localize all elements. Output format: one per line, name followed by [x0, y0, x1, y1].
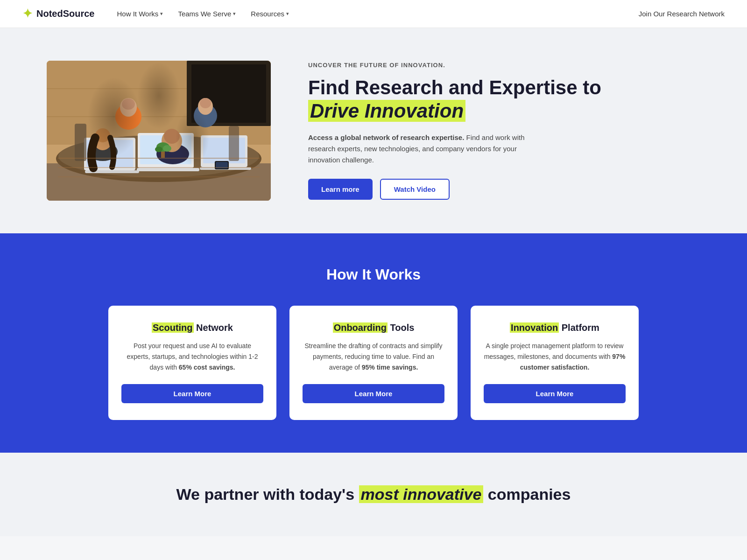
hero-description: Access a global network of research expe…	[308, 132, 542, 166]
card-onboarding-title: Onboarding Tools	[333, 322, 415, 333]
chevron-down-icon: ▾	[233, 11, 236, 17]
learn-more-button[interactable]: Learn more	[308, 179, 373, 200]
svg-point-27	[156, 144, 189, 164]
svg-point-7	[56, 135, 261, 182]
svg-point-29	[164, 129, 180, 144]
svg-point-18	[115, 104, 141, 130]
svg-rect-35	[216, 162, 228, 168]
svg-rect-13	[140, 135, 191, 164]
hero-section: UNCOVER THE FUTURE OF INNOVATION. Find R…	[0, 28, 747, 233]
svg-rect-9	[84, 138, 135, 170]
chevron-down-icon: ▾	[286, 11, 289, 17]
svg-point-32	[155, 147, 162, 152]
partner-title: We partner with today's most innovative …	[37, 485, 710, 504]
cards-grid: Scouting Network Post your request and u…	[37, 306, 710, 420]
watch-video-button[interactable]: Watch Video	[380, 179, 450, 200]
svg-rect-37	[229, 126, 239, 161]
hero-photo-svg	[47, 61, 271, 201]
card-onboarding-learn-more[interactable]: Learn More	[303, 384, 444, 403]
logo-text: NotedSource	[36, 8, 94, 19]
logo-star-icon: ✦	[22, 7, 33, 21]
svg-point-26	[95, 128, 110, 142]
card-scouting-title: Scouting Network	[152, 322, 233, 333]
card-scouting-network: Scouting Network Post your request and u…	[108, 306, 276, 420]
svg-point-21	[194, 104, 217, 127]
card-innovation-desc: A single project management platform to …	[484, 341, 626, 373]
svg-point-20	[122, 98, 135, 110]
svg-point-24	[88, 142, 118, 161]
how-it-works-title: How It Works	[37, 266, 710, 283]
chevron-down-icon: ▾	[160, 11, 163, 17]
svg-rect-36	[75, 124, 86, 161]
svg-rect-12	[138, 133, 194, 168]
hero-buttons: Learn more Watch Video	[308, 179, 700, 200]
hero-title: Find Research and Expertise to Drive Inn…	[308, 76, 700, 123]
card-onboarding-desc: Streamline the drafting of contracts and…	[303, 341, 444, 373]
svg-rect-1	[47, 61, 271, 145]
nav-join-research-network[interactable]: Join Our Research Network	[639, 10, 725, 18]
hero-image	[47, 61, 271, 201]
card-innovation-platform: Innovation Platform A single project man…	[471, 306, 639, 420]
svg-rect-5	[191, 64, 266, 123]
hero-content: UNCOVER THE FUTURE OF INNOVATION. Find R…	[308, 62, 700, 200]
svg-rect-0	[47, 61, 271, 201]
svg-point-19	[120, 98, 137, 117]
svg-rect-14	[137, 168, 199, 171]
svg-point-33	[163, 145, 171, 152]
hero-image-visual	[47, 61, 271, 201]
svg-point-23	[200, 98, 211, 108]
card-innovation-learn-more[interactable]: Learn More	[484, 384, 626, 403]
svg-rect-15	[201, 135, 247, 167]
main-nav: ✦ NotedSource How It Works ▾ Teams We Se…	[0, 0, 747, 28]
svg-rect-34	[215, 161, 229, 169]
nav-teams-we-serve[interactable]: Teams We Serve ▾	[178, 10, 236, 18]
svg-rect-17	[200, 167, 251, 170]
svg-point-22	[198, 98, 213, 115]
nav-resources[interactable]: Resources ▾	[251, 10, 289, 18]
card-innovation-title: Innovation Platform	[510, 322, 599, 333]
hero-eyebrow: UNCOVER THE FUTURE OF INNOVATION.	[308, 62, 700, 69]
svg-point-31	[156, 142, 169, 152]
svg-point-25	[93, 130, 112, 150]
how-it-works-section: How It Works Scouting Network Post your …	[0, 233, 747, 453]
svg-rect-11	[85, 170, 139, 173]
svg-point-8	[58, 135, 259, 177]
card-scouting-desc: Post your request and use AI to evaluate…	[121, 341, 263, 373]
svg-rect-30	[161, 148, 165, 158]
partner-section: We partner with today's most innovative …	[0, 453, 747, 536]
nav-how-it-works[interactable]: How It Works ▾	[117, 10, 163, 18]
svg-rect-6	[47, 163, 271, 201]
svg-rect-16	[203, 138, 245, 163]
card-scouting-learn-more[interactable]: Learn More	[121, 384, 263, 403]
svg-rect-10	[86, 140, 133, 167]
svg-rect-4	[187, 61, 271, 126]
hero-title-italic: Drive Innovation	[308, 100, 465, 122]
nav-links: How It Works ▾ Teams We Serve ▾ Resource…	[117, 10, 289, 18]
card-onboarding-tools: Onboarding Tools Streamline the drafting…	[289, 306, 458, 420]
svg-point-28	[162, 130, 182, 152]
logo-link[interactable]: ✦ NotedSource	[22, 7, 94, 21]
